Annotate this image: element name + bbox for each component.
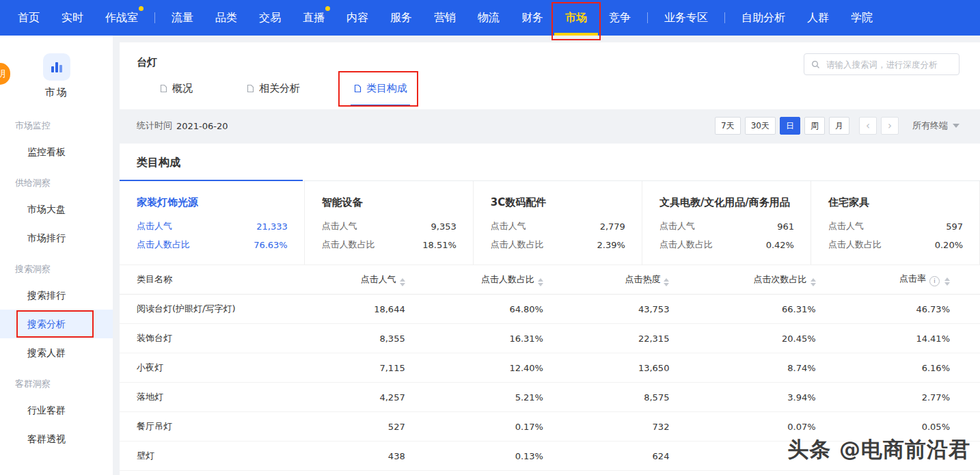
date-range-button[interactable]: 7天 bbox=[715, 117, 741, 135]
nav-item[interactable]: 直播 bbox=[292, 0, 336, 36]
table-header-row: 类目名称 点击人气 点击人数占比 点击热度 点击次数占比 点 bbox=[120, 265, 980, 295]
tab-category-composition[interactable]: 类目构成 bbox=[353, 82, 407, 95]
category-card[interactable]: 3C数码配件 点击人气 2,779 点击人数占比 2.39% bbox=[474, 181, 642, 264]
sidebar-item-label: 客群透视 bbox=[27, 433, 66, 444]
date-range-button[interactable]: 周 bbox=[804, 117, 825, 135]
sidebar-item-market-rank[interactable]: 市场排行 bbox=[0, 223, 113, 252]
sidebar-section-title: 客群洞察 bbox=[0, 367, 113, 396]
column-header-click-count-ratio[interactable]: 点击次数占比 bbox=[669, 273, 815, 286]
cell-click-popularity: 7,115 bbox=[299, 363, 405, 373]
sidebar-item-search-rank[interactable]: 搜索排行 bbox=[0, 281, 113, 310]
metric-label: 点击人数占比 bbox=[137, 239, 190, 251]
metric-label: 点击人数占比 bbox=[828, 239, 882, 251]
nav-item[interactable]: 财务 bbox=[511, 0, 554, 36]
category-card-title: 家装灯饰光源 bbox=[137, 196, 288, 209]
nav-item-label: 流量 bbox=[172, 11, 193, 25]
search-input[interactable] bbox=[825, 59, 952, 70]
next-page-button[interactable]: › bbox=[881, 117, 899, 135]
nav-item[interactable]: 作战室 bbox=[94, 0, 149, 36]
nav-item[interactable]: 竞争 bbox=[598, 0, 642, 36]
sidebar-item-search-analysis[interactable]: 搜索分析 bbox=[0, 310, 113, 338]
sidebar-title: 市场 bbox=[0, 86, 113, 99]
tab-related-analysis[interactable]: 相关分析 bbox=[246, 82, 300, 95]
sort-icon[interactable] bbox=[944, 277, 950, 286]
sidebar-item-market-overview[interactable]: 市场大盘 bbox=[0, 195, 113, 223]
date-range-button[interactable]: 30天 bbox=[745, 117, 776, 135]
edge-tag-label: 明 bbox=[0, 63, 5, 85]
card-metric-row: 点击人数占比 2.39% bbox=[491, 239, 625, 251]
cell-click-user-ratio: 64.80% bbox=[405, 304, 543, 314]
sort-icon[interactable] bbox=[538, 278, 543, 286]
card-metric-row: 点击人气 597 bbox=[828, 220, 963, 232]
nav-item[interactable]: 人群 bbox=[796, 0, 840, 36]
nav-item-label: 服务 bbox=[390, 11, 412, 25]
document-icon bbox=[353, 84, 362, 93]
category-card[interactable]: 家装灯饰光源 点击人气 21,333 点击人数占比 76.63% bbox=[120, 181, 305, 264]
table-row[interactable]: 小夜灯 7,115 12.40% 13,650 8.74% 6.16% bbox=[120, 353, 980, 383]
sidebar-item-crowd-insight[interactable]: 客群透视 bbox=[0, 424, 113, 453]
nav-item-label: 实时 bbox=[62, 11, 83, 25]
nav-item[interactable]: 内容 bbox=[336, 0, 379, 36]
table-row[interactable]: 阅读台灯(护眼灯/写字灯) 18,644 64.80% 43,753 66.31… bbox=[120, 295, 980, 324]
nav-item-label: 营销 bbox=[434, 11, 456, 25]
terminal-select[interactable]: 所有终端 bbox=[912, 120, 959, 132]
sidebar-section-title: 搜索洞察 bbox=[0, 252, 113, 281]
sidebar-item-search-crowd[interactable]: 搜索人群 bbox=[0, 338, 113, 367]
nav-group-1: 首页 实时 作战室 bbox=[7, 0, 149, 36]
nav-separator bbox=[724, 12, 725, 23]
table-row[interactable]: 落地灯 4,257 5.21% 8,575 3.94% 2.77% bbox=[120, 383, 980, 412]
category-card[interactable]: 智能设备 点击人气 9,353 点击人数占比 18.51% bbox=[305, 181, 474, 264]
sort-icon[interactable] bbox=[400, 278, 405, 286]
prev-page-button[interactable]: ‹ bbox=[859, 117, 877, 135]
main-content: 台灯 概况 相关分析 类目 bbox=[120, 36, 980, 475]
category-card[interactable]: 住宅家具 点击人气 597 点击人数占比 0.20% bbox=[811, 181, 980, 264]
date-range-button[interactable]: 月 bbox=[829, 117, 849, 135]
nav-item[interactable]: 市场 bbox=[554, 0, 598, 36]
sidebar-item-monitor-board[interactable]: 监控看板 bbox=[0, 137, 113, 166]
column-header-click-popularity[interactable]: 点击人气 bbox=[299, 273, 405, 286]
category-card[interactable]: 文具电教/文化用品/商务用品 点击人气 961 点击人数占比 0.42% bbox=[642, 181, 811, 264]
column-header-click-heat[interactable]: 点击热度 bbox=[543, 273, 669, 286]
sidebar-item-label: 市场大盘 bbox=[27, 204, 66, 215]
nav-item[interactable]: 首页 bbox=[7, 0, 51, 36]
nav-item[interactable]: 自助分析 bbox=[731, 0, 796, 36]
nav-item[interactable]: 交易 bbox=[248, 0, 292, 36]
sidebar-item-industry-crowd[interactable]: 行业客群 bbox=[0, 396, 113, 424]
cell-click-popularity: 527 bbox=[299, 422, 405, 432]
column-header-label: 点击次数占比 bbox=[754, 274, 807, 284]
tab-label: 类目构成 bbox=[366, 82, 407, 95]
column-header-click-user-ratio[interactable]: 点击人数占比 bbox=[405, 273, 543, 286]
nav-item[interactable]: 实时 bbox=[51, 0, 94, 36]
cell-click-user-ratio: 16.31% bbox=[405, 334, 543, 344]
keyword-title: 台灯 bbox=[137, 56, 157, 69]
nav-item[interactable]: 学院 bbox=[840, 0, 884, 36]
sort-icon[interactable] bbox=[811, 278, 816, 286]
nav-item[interactable]: 服务 bbox=[379, 0, 423, 36]
tab-overview[interactable]: 概况 bbox=[159, 82, 193, 95]
category-cards: 家装灯饰光源 点击人气 21,333 点击人数占比 76.63% 智能设备 bbox=[120, 181, 980, 265]
nav-item[interactable]: 品类 bbox=[204, 0, 248, 36]
column-header-click-rate[interactable]: 点击率 bbox=[816, 273, 950, 286]
nav-item[interactable]: 营销 bbox=[423, 0, 467, 36]
table-row[interactable]: 装饰台灯 8,355 16.31% 22,315 20.45% 14.41% bbox=[120, 324, 980, 353]
metric-value: 2,779 bbox=[600, 221, 625, 232]
nav-separator bbox=[647, 12, 648, 23]
date-range-label: 7天 bbox=[721, 120, 735, 132]
metric-value: 2.39% bbox=[597, 240, 625, 250]
cell-click-popularity: 438 bbox=[299, 451, 405, 461]
date-range-button[interactable]: 日 bbox=[780, 117, 800, 135]
sort-icon[interactable] bbox=[664, 278, 669, 286]
category-card-title: 住宅家具 bbox=[828, 196, 963, 209]
nav-item-label: 直播 bbox=[303, 11, 325, 25]
cell-click-rate: 6.16% bbox=[816, 363, 950, 373]
tab-label: 相关分析 bbox=[259, 82, 300, 95]
metric-value: 597 bbox=[946, 221, 963, 232]
metric-label: 点击人气 bbox=[322, 220, 357, 232]
nav-item[interactable]: 物流 bbox=[467, 0, 511, 36]
info-icon[interactable] bbox=[929, 276, 940, 286]
nav-item[interactable]: 流量 bbox=[161, 0, 204, 36]
chevron-down-icon bbox=[953, 124, 959, 128]
market-chart-icon bbox=[43, 53, 70, 81]
nav-item[interactable]: 业务专区 bbox=[653, 0, 719, 36]
metric-value: 21,333 bbox=[256, 221, 288, 232]
